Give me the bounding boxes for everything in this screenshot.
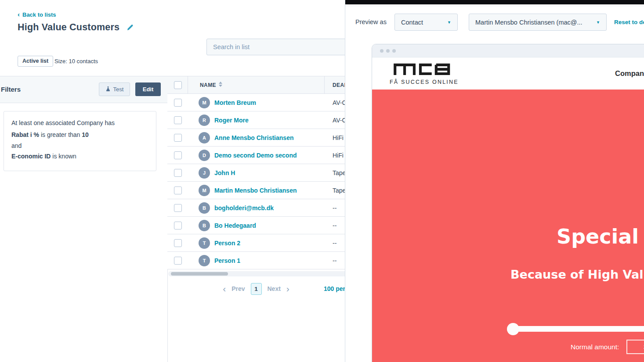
deal-cell: Tape [333, 169, 346, 176]
avatar: J [199, 167, 210, 179]
logo-tagline: FÅ SUCCES ONLINE [390, 79, 459, 85]
filter-conjunction: and [11, 142, 22, 149]
back-chevron-icon: ‹ [18, 11, 20, 18]
filter-rule-1-operator: is greater than [41, 131, 80, 138]
test-filters-button[interactable]: Test [99, 82, 130, 96]
avatar: M [199, 97, 210, 108]
page-title: High Value Customers [18, 22, 134, 34]
deal-cell: -- [333, 204, 336, 211]
avatar: T [199, 237, 210, 249]
flask-icon [105, 86, 111, 93]
avatar: T [199, 255, 210, 266]
edit-pencil-icon[interactable] [127, 23, 134, 34]
page-title-text: High Value Customers [18, 22, 119, 32]
browser-dots-icon [380, 49, 396, 53]
row-checkbox[interactable] [174, 116, 182, 124]
horizontal-scrollbar-thumb[interactable] [171, 272, 228, 276]
browser-chrome-bar [372, 44, 644, 57]
chevron-down-icon: ▼ [447, 20, 451, 25]
avatar: B [199, 202, 210, 214]
row-checkbox[interactable] [174, 204, 182, 212]
preview-type-dropdown[interactable]: Contact ▼ [394, 14, 458, 31]
select-all-checkbox[interactable] [174, 81, 182, 89]
contact-name-link[interactable]: Person 1 [214, 257, 240, 264]
hero-title: Special Price [557, 225, 644, 248]
contact-name-link[interactable]: John H [214, 169, 235, 176]
deal-cell: AV-C [333, 117, 347, 124]
deal-cell: -- [333, 257, 336, 264]
preview-as-label: Preview as [355, 18, 387, 25]
filter-rule-1-value: 10 [82, 131, 89, 138]
reset-to-default-link[interactable]: Reset to default [614, 19, 644, 25]
filter-rule-2-property: E-conomic ID [11, 153, 51, 160]
deal-cell: AV-C [333, 99, 347, 106]
filter-summary-card: At least one associated Company has Raba… [4, 111, 156, 171]
hero-subtitle: Because of High Value Customer [510, 268, 644, 281]
filter-rule-1: Rabat i % is greater than 10 [11, 131, 89, 138]
header-separator [188, 76, 188, 94]
deal-cell: -- [333, 222, 336, 229]
contact-name-link[interactable]: Martin Mensbo Christiansen [214, 187, 297, 194]
preview-contact-dropdown[interactable]: Martin Mensbo Christiansen (mac@... ▼ [469, 14, 607, 31]
contact-name-link[interactable]: Morten Breum [214, 99, 256, 106]
hero-section: Special Price Because of High Value Cust… [372, 90, 644, 362]
search-input[interactable] [206, 39, 351, 55]
prev-page-chevron-icon[interactable]: ‹ [223, 282, 226, 295]
mcb-logo-mark [390, 63, 454, 75]
screen: ‹Back to lists High Value Customers Acti… [0, 0, 644, 362]
active-list-badge: Active list [18, 56, 53, 67]
contact-name-link[interactable]: Demo second Demo second [214, 152, 297, 159]
avatar: M [199, 185, 210, 196]
edit-filters-button[interactable]: Edit [135, 82, 161, 96]
next-page-chevron-icon[interactable]: › [286, 282, 289, 295]
row-checkbox[interactable] [174, 99, 182, 107]
site-nav-company[interactable]: Company [615, 69, 644, 78]
filters-title: Filters [1, 86, 21, 93]
filter-rule-1-property: Rabat i % [11, 131, 39, 138]
pagination: ‹ Prev 1 Next › [168, 282, 344, 296]
row-checkbox[interactable] [174, 239, 182, 247]
normal-amount-input[interactable] [626, 340, 644, 354]
browser-preview-frame: FÅ SUCCES ONLINE Company Special Price B… [372, 44, 644, 362]
next-page-button[interactable]: Next [268, 285, 281, 292]
filter-rule-2: E-conomic ID is known [11, 153, 76, 160]
filter-scope-line: At least one associated Company has [11, 119, 115, 126]
name-column-header[interactable]: NAME [200, 82, 216, 88]
panel-divider-line [345, 6, 644, 6]
chevron-down-icon: ▼ [596, 20, 600, 25]
row-checkbox[interactable] [174, 151, 182, 159]
filter-rule-2-operator: is known [52, 153, 76, 160]
list-size-text: Size: 10 contacts [54, 58, 98, 65]
current-page-button[interactable]: 1 [251, 283, 262, 295]
preview-panel: Preview as Contact ▼ Martin Mensbo Chris… [345, 0, 644, 362]
contact-name-link[interactable]: Roger More [214, 117, 249, 124]
contact-name-link[interactable]: Person 2 [214, 240, 240, 247]
slider-handle[interactable] [507, 323, 519, 335]
back-to-lists-link[interactable]: ‹Back to lists [18, 11, 56, 18]
slider-track [509, 326, 644, 332]
sort-icon[interactable] [219, 82, 222, 87]
row-checkbox[interactable] [174, 222, 182, 229]
panel-top-bar [345, 0, 644, 4]
mcb-logo: FÅ SUCCES ONLINE [390, 63, 459, 85]
test-button-label: Test [113, 86, 124, 93]
deal-cell: -- [333, 240, 336, 247]
avatar: R [199, 115, 210, 126]
row-checkbox[interactable] [174, 186, 182, 194]
avatar: A [199, 132, 210, 143]
back-link-label: Back to lists [22, 11, 56, 18]
row-checkbox[interactable] [174, 169, 182, 177]
contact-name-link[interactable]: Anne Mensbo Christiansen [214, 134, 293, 141]
preview-type-value: Contact [401, 19, 443, 26]
avatar: D [199, 150, 210, 161]
prev-page-button[interactable]: Prev [232, 285, 245, 292]
contact-name-link[interactable]: Bo Hedegaard [214, 222, 256, 229]
header-separator [324, 76, 325, 94]
deal-cell: Tape [333, 187, 346, 194]
preview-contact-value: Martin Mensbo Christiansen (mac@... [475, 19, 592, 26]
contact-name-link[interactable]: bogholderi@mcb.dk [214, 204, 274, 211]
avatar: B [199, 220, 210, 231]
normal-amount-label: Normal amount: [571, 343, 619, 351]
row-checkbox[interactable] [174, 134, 182, 142]
row-checkbox[interactable] [174, 257, 182, 265]
